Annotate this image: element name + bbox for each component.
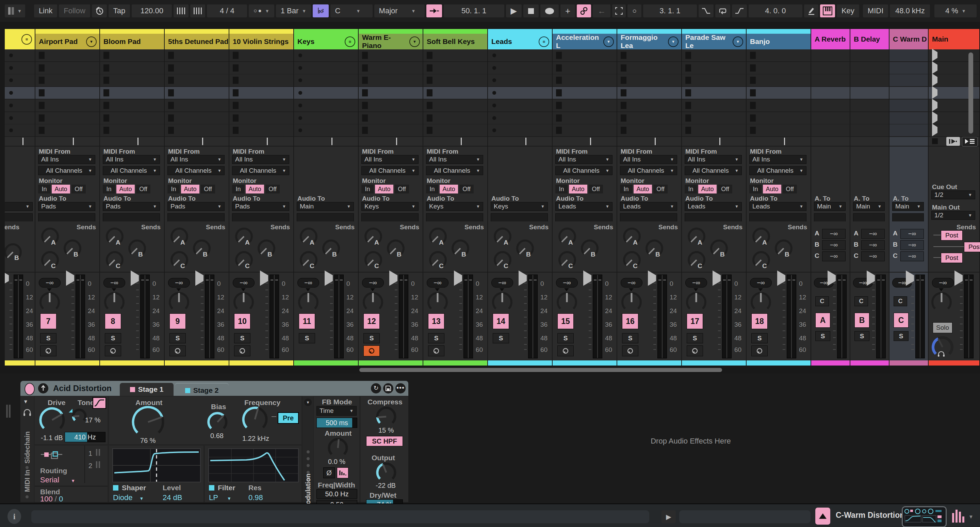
clip-slot[interactable] [165, 87, 229, 99]
send-value-field[interactable]: −∞ [900, 240, 924, 250]
monitor-auto-button[interactable]: Auto [763, 185, 781, 193]
volume-fader[interactable] [657, 275, 667, 358]
arm-button[interactable] [428, 345, 444, 356]
fader-handle[interactable] [260, 275, 268, 281]
pan-knob[interactable] [492, 291, 513, 315]
send-knob-b[interactable] [192, 239, 211, 259]
clip-stop-button[interactable] [685, 127, 691, 134]
key-scale-menu[interactable]: Major▼ [374, 5, 425, 18]
device-title[interactable]: Acid Distortion [53, 383, 111, 393]
clip-slot[interactable] [682, 50, 746, 62]
input-channel-menu[interactable]: All Channels▼ [38, 166, 95, 175]
hot-swap-icon[interactable]: ↻ [371, 383, 381, 393]
send-knob-b[interactable] [63, 239, 82, 259]
clip-stop-button[interactable] [556, 52, 562, 59]
clip-slot[interactable] [889, 112, 928, 125]
volume-field[interactable]: −∞ [685, 278, 707, 287]
clip-slot[interactable] [423, 99, 487, 112]
clip-stop-button[interactable] [620, 52, 627, 59]
clip-slot[interactable] [229, 62, 293, 75]
clip-stop-button[interactable] [168, 64, 174, 72]
bias-value[interactable]: 0.68 [210, 432, 224, 440]
pan-knob[interactable] [931, 291, 953, 315]
clip-slot[interactable] [617, 125, 681, 137]
return-activator-letter[interactable]: A [815, 313, 830, 328]
clip-stop-button[interactable] [168, 89, 174, 96]
clip-slot[interactable] [811, 125, 850, 137]
clip-slot[interactable] [488, 87, 552, 99]
amount-value[interactable]: 76 % [140, 437, 156, 444]
output-menu[interactable]: Main▼ [814, 202, 846, 211]
tone-value[interactable]: 17 % [85, 416, 101, 424]
clip-stop-button[interactable] [685, 115, 691, 121]
monitor-in-button[interactable]: In [685, 185, 697, 193]
clip-stop-button[interactable] [620, 102, 627, 109]
clip-slot[interactable] [553, 112, 617, 125]
tab-stage-1[interactable]: Stage 1 [120, 383, 173, 396]
clip-slot[interactable] [488, 112, 552, 125]
track-dropdown-icon[interactable]: ▼ [409, 37, 420, 47]
scene-follow-actions-button[interactable] [962, 137, 978, 147]
clip-slot[interactable] [617, 50, 681, 62]
clip-stop-button[interactable] [750, 77, 756, 84]
scene-launch-button[interactable] [932, 52, 937, 58]
device-thumbnail[interactable] [902, 506, 947, 527]
scene-launch-button[interactable] [932, 127, 937, 133]
drive-value[interactable]: -1.1 dB [41, 434, 63, 442]
fb-freq-field[interactable]: 50.0 Hz [317, 489, 357, 499]
pan-knob[interactable] [556, 291, 578, 315]
clip-slot[interactable] [294, 112, 358, 125]
volume-fader[interactable] [14, 275, 23, 358]
clip-slot[interactable] [889, 50, 928, 62]
clip-slot[interactable] [811, 99, 850, 112]
stop-all-clips-tick[interactable] [590, 137, 591, 145]
send-knob-a[interactable] [558, 227, 577, 248]
clip-slot[interactable] [488, 62, 552, 75]
fader-handle[interactable] [389, 275, 398, 281]
send-knob-a[interactable] [752, 227, 771, 248]
clip-slot[interactable] [165, 50, 229, 62]
fb-mode-menu[interactable]: Time▼ [317, 406, 356, 415]
fader-handle[interactable] [195, 275, 204, 281]
volume-field[interactable]: −∞ [103, 278, 125, 287]
volume-fader[interactable] [76, 275, 85, 358]
pan-knob[interactable] [168, 291, 190, 315]
arm-button[interactable] [40, 345, 56, 356]
volume-fader[interactable] [876, 275, 886, 358]
send-knob-c[interactable] [105, 251, 124, 271]
input-type-menu[interactable]: All Ins▼ [232, 155, 289, 164]
track-header[interactable]: Warm E-Piano▼ [359, 34, 423, 50]
preview-play-button[interactable]: ▶ [662, 510, 676, 523]
main-out-menu[interactable]: 1/2▼ [931, 211, 975, 220]
info-icon[interactable]: i [8, 509, 21, 524]
send-value-field[interactable]: −∞ [900, 229, 924, 239]
send-value-field[interactable]: −∞ [861, 251, 885, 261]
modulation-rail[interactable]: ▼ Modulation [303, 396, 313, 502]
monitor-in-button[interactable]: In [167, 185, 180, 193]
volume-fader[interactable] [915, 275, 925, 358]
filter-type-menu[interactable]: LP▼ [209, 493, 231, 502]
volume-fader[interactable] [593, 275, 602, 358]
clip-slot[interactable] [359, 87, 423, 99]
clip-slot[interactable] [294, 87, 358, 99]
blend-values[interactable]: 100 / 0 [40, 495, 63, 503]
clip-slot[interactable] [294, 99, 358, 112]
device-strip-handle[interactable] [6, 405, 8, 418]
clip-slot[interactable] [850, 62, 889, 75]
clip-slot[interactable] [682, 74, 746, 87]
nudge-down-button[interactable] [173, 5, 189, 18]
clip-stop-button[interactable] [233, 89, 239, 96]
solo-button[interactable]: S [815, 331, 830, 341]
group-fold-icon[interactable]: ≡ [345, 37, 355, 47]
stop-all-clips-tick[interactable] [137, 137, 138, 145]
stop-all-clips-tick[interactable] [655, 137, 656, 145]
group-slot-button[interactable] [9, 104, 13, 107]
pan-knob[interactable] [750, 291, 772, 315]
automation-reenable-icon[interactable]: ○ [627, 5, 641, 18]
clip-slot[interactable] [553, 99, 617, 112]
clip-slot[interactable] [35, 87, 99, 99]
clip-slot[interactable] [746, 62, 811, 75]
clip-slot[interactable] [229, 99, 293, 112]
clip-stop-button[interactable] [233, 115, 239, 121]
tap-button[interactable]: Tap [108, 5, 130, 18]
